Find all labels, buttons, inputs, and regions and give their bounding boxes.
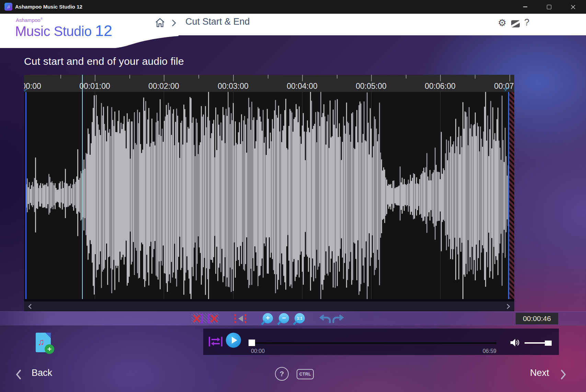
music-note-icon: ♫	[38, 337, 45, 347]
logo-product: Music Studio	[15, 24, 92, 39]
cut-after-button[interactable]	[206, 313, 219, 324]
logo-version: 12	[95, 22, 112, 39]
minimize-icon	[523, 7, 527, 7]
ruler-halftick	[406, 75, 406, 79]
volume-thumb[interactable]	[545, 341, 552, 346]
ruler-tick	[440, 75, 441, 81]
progress-thumb[interactable]	[249, 340, 255, 346]
close-button[interactable]	[565, 0, 581, 14]
play-icon	[231, 336, 238, 344]
playhead[interactable]	[82, 75, 83, 301]
close-icon	[571, 5, 575, 9]
ruler-halftick	[60, 75, 61, 79]
logo: Music Studio12	[15, 22, 112, 40]
ruler-tick	[509, 75, 510, 81]
ruler-halftick	[129, 75, 130, 79]
jump-to-marker-button[interactable]	[233, 314, 248, 323]
window-title: Ashampoo Music Studio 12	[15, 0, 82, 14]
minimize-button[interactable]	[517, 0, 533, 14]
zoom-out-button[interactable]: −	[279, 313, 289, 323]
settings-gear-icon[interactable]: ⚙	[498, 17, 506, 28]
ruler-label: 00:04:00	[287, 82, 318, 91]
title-bar: ♫ Ashampoo Music Studio 12	[0, 0, 586, 14]
ruler-label: 00:05:00	[356, 82, 387, 91]
current-time-label: 00:00	[251, 348, 265, 354]
app-window: ♫ Ashampoo Music Studio 12 Ashampoo® Mus…	[0, 0, 586, 392]
breadcrumb: Cut Start & End	[185, 16, 250, 27]
add-plus-icon: +	[45, 344, 54, 354]
ruler-tick	[164, 75, 164, 81]
selection-start-line[interactable]	[25, 92, 26, 299]
back-button[interactable]: Back	[32, 368, 52, 378]
feedback-icon[interactable]	[511, 20, 520, 27]
page-title: Cut start and end of your audio file	[24, 56, 184, 67]
ruler-tick	[233, 75, 234, 81]
ruler-tick	[302, 75, 303, 81]
zoom-one-to-one-button[interactable]: 1:1	[295, 313, 305, 323]
header-help-icon[interactable]: ?	[524, 17, 529, 28]
progress-track[interactable]	[252, 342, 496, 344]
home-icon[interactable]	[155, 18, 165, 27]
scroll-left-icon[interactable]	[28, 304, 32, 309]
breadcrumb-chevron-icon	[172, 19, 176, 27]
time-ruler: 00:0000:01:0000:02:0000:03:0000:04:0000:…	[24, 75, 514, 92]
ruler-halftick	[268, 75, 268, 79]
ruler-label: 00:06:00	[425, 82, 456, 91]
total-time-label: 06:59	[472, 348, 496, 354]
ctrl-key-icon: CTRL	[297, 369, 314, 379]
waveform-panel: 00:0000:01:0000:02:0000:03:0000:04:0000:…	[24, 75, 514, 299]
next-button[interactable]: Next	[530, 368, 549, 378]
feedback-icon-stripe	[511, 20, 520, 27]
file-fold	[45, 333, 51, 338]
waveform-bottom-strip	[24, 299, 514, 301]
zoom-one-to-one-icon: 1:1	[295, 313, 305, 323]
add-audio-file-button[interactable]: ♫ +	[34, 332, 55, 355]
volume-icon[interactable]	[510, 338, 520, 347]
zoom-in-button[interactable]: +	[263, 313, 273, 323]
ruler-label: 00:01:00	[79, 82, 110, 91]
zoom-out-icon: −	[279, 313, 289, 323]
redo-button[interactable]	[332, 314, 344, 324]
ruler-halftick	[198, 75, 199, 79]
ruler-label: 00:03:00	[218, 82, 249, 91]
next-chevron-icon[interactable]	[560, 369, 566, 380]
back-chevron-icon[interactable]	[15, 369, 22, 380]
waveform-scrollbar[interactable]	[24, 301, 514, 311]
maximize-button[interactable]	[541, 0, 557, 14]
cursor-time-display: 00:00:46	[516, 313, 558, 324]
loop-button[interactable]	[208, 334, 223, 349]
maximize-icon	[547, 5, 551, 9]
waveform-canvas[interactable]	[24, 92, 514, 299]
player-bar: 00:00 06:59	[203, 329, 559, 355]
help-circle-icon[interactable]: ?	[275, 367, 289, 381]
ruler-tick	[95, 75, 95, 81]
cut-before-button[interactable]	[192, 313, 205, 324]
undo-button[interactable]	[319, 314, 331, 324]
play-button[interactable]	[226, 333, 241, 348]
ruler-label: 00:02:00	[148, 82, 179, 91]
zoom-in-icon: +	[263, 313, 273, 323]
ruler-halftick	[475, 75, 475, 79]
ruler-tick	[371, 75, 372, 81]
app-icon: ♫	[4, 3, 12, 11]
scroll-right-icon[interactable]	[506, 304, 510, 309]
out-of-range-hatch	[509, 92, 514, 299]
ruler-halftick	[337, 75, 337, 79]
